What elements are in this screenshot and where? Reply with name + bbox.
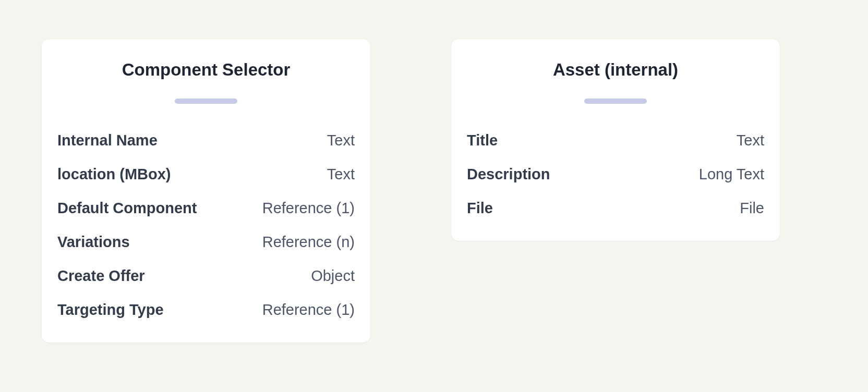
underline-bar <box>175 99 237 104</box>
card-header: Asset (internal) <box>467 60 764 104</box>
field-label: Default Component <box>57 200 197 217</box>
field-type: File <box>740 200 764 217</box>
field-row: location (MBox) Text <box>57 157 355 191</box>
card-header: Component Selector <box>57 60 355 104</box>
field-row: Create Offer Object <box>57 259 355 293</box>
field-label: Internal Name <box>57 132 158 149</box>
field-label: Title <box>467 132 498 149</box>
field-label: Variations <box>57 234 130 251</box>
field-row: Variations Reference (n) <box>57 225 355 259</box>
schema-card-component-selector: Component Selector Internal Name Text lo… <box>42 39 370 342</box>
field-type: Text <box>327 166 355 183</box>
card-title: Component Selector <box>122 60 291 80</box>
field-label: location (MBox) <box>57 166 171 183</box>
field-row: Internal Name Text <box>57 124 355 157</box>
underline-bar <box>584 99 647 104</box>
field-label: File <box>467 200 493 217</box>
schema-card-asset-internal: Asset (internal) Title Text Description … <box>451 39 780 241</box>
field-label: Targeting Type <box>57 301 164 318</box>
field-row: Title Text <box>467 124 764 157</box>
field-type: Reference (1) <box>262 301 355 318</box>
field-type: Reference (1) <box>262 200 355 217</box>
field-label: Description <box>467 166 550 183</box>
field-label: Create Offer <box>57 267 145 285</box>
field-row: Description Long Text <box>467 157 764 191</box>
field-row: File File <box>467 191 764 225</box>
field-row: Default Component Reference (1) <box>57 191 355 225</box>
field-type: Reference (n) <box>262 234 355 251</box>
field-type: Object <box>311 267 355 285</box>
field-type: Text <box>327 132 355 149</box>
field-type: Long Text <box>699 166 764 183</box>
card-title: Asset (internal) <box>553 60 678 80</box>
field-type: Text <box>737 132 764 149</box>
field-row: Targeting Type Reference (1) <box>57 293 355 327</box>
